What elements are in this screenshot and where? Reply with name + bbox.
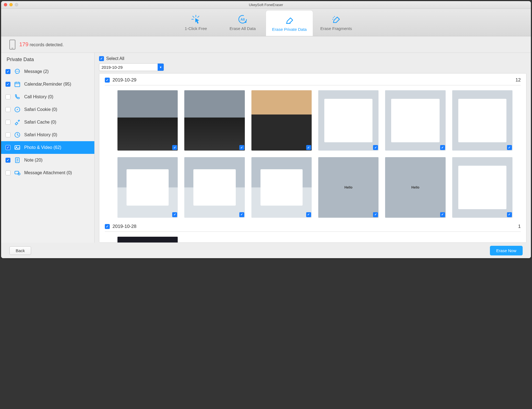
photo-thumbnail[interactable] [318, 157, 379, 217]
erase-all-icon: All [237, 14, 248, 24]
sidebar-title: Private Data [1, 53, 94, 65]
photo-thumbnail[interactable] [318, 90, 379, 151]
record-detected-label: records detected. [30, 42, 64, 47]
thumbnail-checkbox[interactable] [373, 145, 378, 150]
main-body: Private Data Message (2)Calendar,Reminde… [1, 53, 531, 243]
photo-thumbnail[interactable] [385, 90, 445, 151]
attachment-icon [14, 169, 21, 176]
group-checkbox[interactable] [105, 224, 110, 229]
thumbnail-checkbox[interactable] [306, 145, 311, 150]
category-checkbox[interactable] [6, 158, 10, 163]
thumbnail-checkbox[interactable] [440, 145, 445, 150]
svg-point-10 [333, 19, 333, 20]
select-all-checkbox[interactable] [99, 56, 104, 61]
tab-label: Erase Fragments [320, 26, 352, 31]
erase-private-icon [284, 15, 295, 25]
category-checkbox[interactable] [6, 170, 10, 175]
call-icon [14, 93, 21, 100]
erase-fragments-icon [330, 14, 342, 24]
thumbnail-grid [105, 232, 521, 243]
traffic-lights [4, 3, 18, 6]
category-checkbox[interactable] [6, 82, 10, 87]
thumbnail-checkbox[interactable] [440, 212, 445, 217]
category-checkbox[interactable] [6, 94, 10, 99]
tab-erase-fragments[interactable]: Erase Fragments [313, 9, 360, 36]
sidebar-item-message[interactable]: Message Attachment (0) [1, 167, 94, 179]
svg-point-8 [333, 17, 334, 18]
thumbnail-checkbox[interactable] [172, 212, 177, 217]
group-checkbox[interactable] [105, 78, 110, 83]
photo-thumbnail[interactable] [251, 90, 312, 151]
date-group: 2019-10-2912 [99, 73, 526, 220]
thumbnail-checkbox[interactable] [239, 145, 244, 150]
message-icon [14, 68, 21, 75]
status-bar: 179 records detected. [1, 36, 531, 53]
tab-erase-all-data[interactable]: AllErase All Data [219, 9, 266, 36]
brush-icon [14, 119, 21, 126]
category-checkbox[interactable] [6, 69, 10, 74]
close-window-button[interactable] [4, 3, 7, 6]
sidebar-item-message[interactable]: Message (2) [1, 65, 94, 78]
svg-point-9 [334, 16, 335, 17]
sidebar-item-safari[interactable]: Safari History (0) [1, 129, 94, 141]
photo-thumbnail[interactable] [117, 90, 178, 151]
svg-line-2 [198, 16, 199, 18]
content-header: Select All 2019-10-29 ▼ [95, 53, 531, 73]
category-checkbox[interactable] [6, 120, 10, 125]
compass-icon [14, 106, 21, 113]
back-button[interactable]: Back [9, 246, 31, 255]
sidebar-item-safari[interactable]: Safari Cache (0) [1, 116, 94, 129]
erase-now-button[interactable]: Erase Now [490, 246, 523, 255]
category-label: Message (2) [24, 69, 49, 74]
sidebar-item-photo[interactable]: Photo & Video (62) [1, 141, 94, 154]
group-count: 1 [518, 224, 521, 229]
sidebar-item-note[interactable]: Note (20) [1, 154, 94, 167]
svg-line-1 [193, 16, 194, 18]
tab-1-click-free[interactable]: 1-Click Free [172, 9, 219, 36]
category-label: Note (20) [24, 158, 43, 163]
dropdown-chevron-icon: ▼ [158, 64, 164, 71]
photo-grid-area[interactable]: 2019-10-29122019-10-2812019-10-272 [99, 73, 526, 243]
record-count: 179 [19, 41, 28, 47]
category-label: Safari Cache (0) [24, 120, 56, 125]
calendar-icon [14, 81, 21, 88]
tab-label: Erase All Data [229, 26, 256, 31]
photo-thumbnail[interactable] [452, 157, 512, 217]
window-title: UkeySoft FoneEraser [1, 3, 531, 7]
date-filter-value: 2019-10-29 [99, 65, 158, 70]
svg-rect-15 [15, 82, 20, 87]
sidebar-item-call[interactable]: Call History (0) [1, 91, 94, 103]
tab-erase-private-data[interactable]: Erase Private Data [266, 10, 313, 36]
sidebar: Private Data Message (2)Calendar,Reminde… [1, 53, 95, 243]
category-label: Message Attachment (0) [24, 170, 72, 175]
group-date: 2019-10-28 [113, 224, 136, 229]
photo-thumbnail[interactable] [117, 237, 178, 243]
photo-thumbnail[interactable] [452, 90, 512, 151]
photo-thumbnail[interactable] [385, 157, 445, 217]
category-checkbox[interactable] [6, 132, 10, 137]
photo-thumbnail[interactable] [184, 157, 245, 217]
svg-point-13 [17, 71, 18, 72]
photo-thumbnail[interactable] [117, 157, 178, 217]
thumbnail-checkbox[interactable] [239, 212, 244, 217]
category-checkbox[interactable] [6, 107, 10, 112]
photo-thumbnail[interactable] [184, 90, 245, 151]
thumbnail-checkbox[interactable] [172, 145, 177, 150]
content-pane: Select All 2019-10-29 ▼ 2019-10-29122019… [95, 53, 531, 243]
sidebar-item-safari[interactable]: Safari Cookie (0) [1, 103, 94, 116]
thumbnail-checkbox[interactable] [373, 212, 378, 217]
category-label: Photo & Video (62) [24, 145, 61, 150]
minimize-window-button[interactable] [9, 3, 13, 6]
zoom-window-button[interactable] [15, 3, 18, 6]
sidebar-item-calendarreminder[interactable]: Calendar,Reminder (95) [1, 78, 94, 91]
app-window: UkeySoft FoneEraser 1-Click FreeAllErase… [1, 1, 531, 258]
category-checkbox[interactable] [6, 145, 10, 150]
svg-point-14 [18, 71, 19, 72]
date-filter-dropdown[interactable]: 2019-10-29 ▼ [99, 63, 164, 71]
svg-point-12 [16, 71, 17, 72]
thumbnail-checkbox[interactable] [507, 212, 512, 217]
thumbnail-checkbox[interactable] [306, 212, 311, 217]
titlebar: UkeySoft FoneEraser [1, 1, 531, 9]
thumbnail-checkbox[interactable] [507, 145, 512, 150]
photo-thumbnail[interactable] [251, 157, 312, 217]
